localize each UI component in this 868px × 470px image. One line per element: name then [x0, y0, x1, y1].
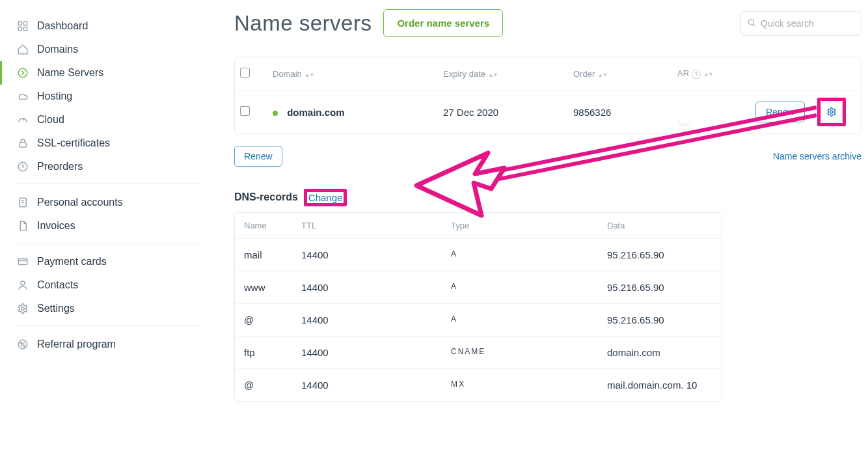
svg-rect-3	[24, 27, 27, 31]
dns-name: www	[244, 282, 301, 293]
table-row: domain.com 27 Dec 2020 9856326 Renew	[235, 90, 861, 133]
dns-row: ftp 14400 CNAME domain.com	[235, 337, 722, 369]
renew-row-button[interactable]: Renew	[755, 102, 805, 122]
sidebar-item-name-servers[interactable]: Name Servers	[14, 61, 200, 85]
select-all-checkbox[interactable]	[240, 68, 250, 77]
cell-domain: domain.com	[273, 107, 443, 118]
sidebar: Dashboard Domains Name Servers	[0, 0, 215, 421]
sidebar-item-settings[interactable]: Settings	[14, 297, 200, 320]
sidebar-item-label: Domains	[37, 44, 78, 55]
col-expiry[interactable]: Expiry date▲▼	[443, 69, 573, 79]
svg-point-14	[748, 19, 753, 24]
sidebar-item-domains[interactable]: Domains	[14, 38, 200, 61]
sidebar-item-label: Personal accounts	[37, 197, 123, 208]
sidebar-item-personal-accounts[interactable]: Personal accounts	[14, 191, 200, 214]
quick-search	[740, 11, 861, 36]
sidebar-item-label: Cloud	[37, 114, 64, 126]
dns-name: ftp	[244, 347, 301, 358]
sidebar-item-preorders[interactable]: Preorders	[14, 155, 200, 178]
sidebar-item-label: Settings	[37, 303, 75, 314]
svg-point-4	[18, 68, 27, 77]
name-servers-archive-link[interactable]: Name servers archive	[773, 151, 861, 161]
sidebar-item-invoices[interactable]: Invoices	[14, 214, 200, 238]
document-icon	[16, 196, 29, 209]
svg-point-9	[21, 281, 25, 285]
renew-button[interactable]: Renew	[234, 146, 282, 167]
col-domain[interactable]: Domain▲▼	[273, 69, 443, 79]
table-header: Domain▲▼ Expiry date▲▼ Order▲▼ AR?▲▼	[235, 57, 861, 90]
domain-name[interactable]: domain.com	[287, 107, 344, 118]
help-icon[interactable]: ?	[692, 70, 701, 79]
col-type: Type	[451, 221, 607, 230]
main-content: Name servers Order name servers Domain▲▼…	[215, 0, 868, 421]
dns-type: A	[451, 282, 607, 293]
home-icon	[16, 43, 29, 56]
domains-table: Domain▲▼ Expiry date▲▼ Order▲▼ AR?▲▼ dom…	[234, 57, 861, 134]
dns-name: mail	[244, 249, 301, 260]
sidebar-item-label: Contacts	[37, 279, 78, 291]
dns-records-title: DNS-records	[234, 191, 298, 203]
sidebar-item-dashboard[interactable]: Dashboard	[14, 14, 200, 38]
dns-ttl: 14400	[301, 249, 451, 260]
sort-icon: ▲▼	[488, 72, 497, 78]
dns-data: domain.com	[607, 347, 712, 358]
svg-rect-8	[18, 259, 27, 265]
dashboard-icon	[16, 20, 29, 33]
svg-point-13	[23, 345, 25, 346]
table-footer-row: Renew Name servers archive	[234, 146, 861, 167]
sort-icon: ▲▼	[597, 72, 606, 78]
dns-change-link[interactable]: Change	[307, 190, 344, 205]
col-data: Data	[607, 221, 712, 230]
order-name-servers-button[interactable]: Order name servers	[383, 9, 503, 37]
search-input[interactable]	[740, 11, 861, 36]
svg-point-15	[830, 111, 833, 113]
sidebar-item-cloud[interactable]: Cloud	[14, 108, 200, 131]
dns-row: mail 14400 A 95.216.65.90	[235, 239, 722, 271]
dns-name: @	[244, 380, 301, 391]
dns-row: @ 14400 MX mail.domain.com. 10	[235, 369, 722, 401]
sidebar-item-referral[interactable]: Referral program	[14, 333, 200, 356]
dns-ttl: 14400	[301, 347, 451, 358]
sidebar-item-label: Referral program	[37, 339, 116, 350]
cell-order: 9856326	[573, 107, 677, 118]
sidebar-item-label: Payment cards	[37, 256, 107, 268]
sidebar-item-hosting[interactable]: Hosting	[14, 85, 200, 108]
sidebar-item-label: SSL-certificates	[37, 137, 110, 149]
col-ar[interactable]: AR?▲▼	[677, 68, 755, 79]
sidebar-item-label: Preorders	[37, 161, 83, 173]
row-checkbox[interactable]	[240, 106, 250, 116]
dns-ttl: 14400	[301, 282, 451, 293]
sidebar-item-ssl[interactable]: SSL-certificates	[14, 131, 200, 155]
svg-rect-0	[18, 21, 21, 25]
sidebar-item-label: Hosting	[37, 90, 72, 102]
speedometer-icon	[16, 113, 29, 126]
dns-records-header: DNS-records Change	[234, 191, 861, 203]
file-icon	[16, 219, 29, 232]
dns-type: A	[451, 249, 607, 260]
dns-data: 95.216.65.90	[607, 249, 712, 260]
clock-icon	[16, 160, 29, 173]
col-name: Name	[244, 221, 301, 230]
page-title: Name servers	[234, 11, 372, 36]
sidebar-item-contacts[interactable]: Contacts	[14, 273, 200, 297]
svg-point-12	[21, 342, 22, 344]
dns-table-header: Name TTL Type Data	[235, 213, 722, 239]
dns-type: MX	[451, 380, 607, 391]
arrow-circle-right-icon	[16, 66, 29, 79]
sort-icon: ▲▼	[703, 71, 712, 77]
dns-ttl: 14400	[301, 314, 451, 325]
status-dot-icon	[273, 111, 278, 116]
dns-row: www 14400 A 95.216.65.90	[235, 271, 722, 304]
cloud-icon	[16, 90, 29, 103]
svg-rect-2	[18, 27, 21, 31]
sidebar-item-payment-cards[interactable]: Payment cards	[14, 250, 200, 273]
dns-data: mail.domain.com. 10	[607, 380, 712, 391]
svg-rect-1	[24, 21, 27, 25]
dns-row: @ 14400 A 95.216.65.90	[235, 304, 722, 337]
row-settings-button[interactable]	[821, 101, 843, 123]
col-order[interactable]: Order▲▼	[573, 69, 677, 79]
sidebar-item-label: Dashboard	[37, 20, 88, 32]
card-icon	[16, 255, 29, 268]
dns-ttl: 14400	[301, 380, 451, 391]
dns-type: A	[451, 314, 607, 325]
